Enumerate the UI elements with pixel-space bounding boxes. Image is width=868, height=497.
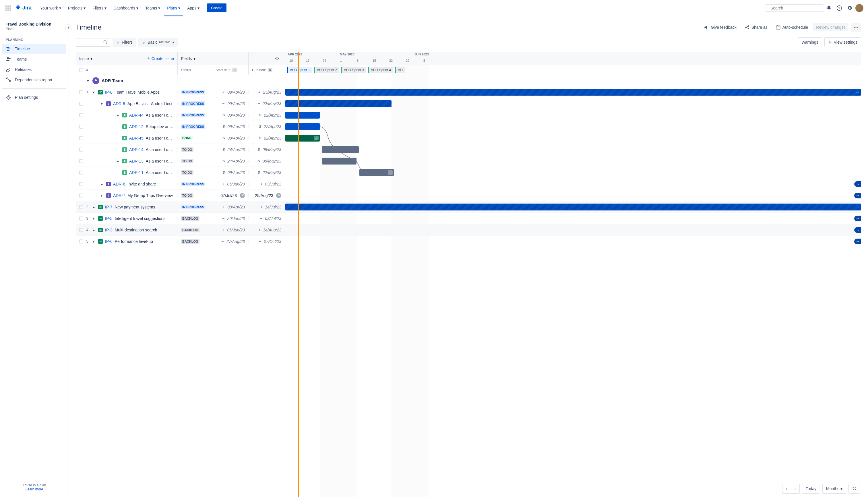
row-checkbox[interactable] xyxy=(79,136,83,140)
row-checkbox[interactable] xyxy=(79,171,83,174)
view-settings-button[interactable]: View settings xyxy=(824,37,861,47)
nav-your-work[interactable]: Your work▾ xyxy=(37,3,64,13)
issue-row[interactable]: ▾ ADR-5 App Basics - Android test IN PRO… xyxy=(76,98,285,109)
basic-filter-button[interactable]: Basic EDITED ▾ xyxy=(138,38,178,47)
fields-column-dropdown[interactable]: Fields▾ xyxy=(178,52,212,65)
due-date-cell[interactable]: 03/Jul/23 xyxy=(249,216,285,221)
collapse-sidebar-button[interactable] xyxy=(65,24,72,31)
offscreen-bar-icon[interactable]: → xyxy=(854,239,861,244)
sprint-pill[interactable]: ADR Sprint 2 xyxy=(314,67,339,73)
offscreen-bar-icon[interactable]: → xyxy=(854,216,861,222)
issue-key-link[interactable]: ADR-5 xyxy=(113,101,125,106)
issue-row[interactable]: ADR-14 As a user I can cre… TO DO S24/Ap… xyxy=(76,144,285,155)
clear-date-icon[interactable]: ✕ xyxy=(240,193,245,198)
start-date-cell[interactable]: S09/Apr/23 xyxy=(212,136,249,140)
issue-row[interactable]: 2 ▸ LE IP-7 New payment systems IN PROGR… xyxy=(76,201,285,213)
issue-row[interactable]: ▸ ADR-13 As a user I can log i… TO DO S2… xyxy=(76,155,285,167)
offscreen-bar-icon[interactable]: → xyxy=(854,181,861,187)
row-checkbox[interactable] xyxy=(79,194,83,198)
nav-plans[interactable]: Plans▾ xyxy=(164,3,183,13)
due-date-cell[interactable]: S08/May/23 xyxy=(249,147,285,152)
row-checkbox[interactable] xyxy=(79,90,83,94)
nav-projects[interactable]: Projects▾ xyxy=(65,3,89,13)
collapse-columns-icon[interactable] xyxy=(275,56,281,61)
sidebar-item-plan-settings[interactable]: Plan settings xyxy=(2,92,66,102)
issue-row[interactable]: 4 ▸ LE IP-3 Multi-destination search BAC… xyxy=(76,224,285,236)
row-checkbox[interactable] xyxy=(79,125,83,129)
issue-key-link[interactable]: IP-7 xyxy=(105,205,113,209)
gantt-bar[interactable]: 🔗 xyxy=(285,134,320,142)
start-date-cell[interactable]: S09/Apr/23 xyxy=(212,113,249,117)
sprint-pill[interactable]: ADR Sprint 4 xyxy=(368,67,393,73)
expand-team-icon[interactable]: ▾ xyxy=(86,79,90,83)
issue-key-link[interactable]: ADR-12 xyxy=(129,124,144,129)
today-button[interactable]: Today xyxy=(802,484,820,493)
jira-logo[interactable]: Jira xyxy=(15,5,32,11)
gantt-bar[interactable]: 🔗 xyxy=(359,169,394,176)
gantt-bar[interactable] xyxy=(285,112,320,118)
filter-search-input[interactable] xyxy=(79,40,103,44)
row-checkbox[interactable] xyxy=(79,216,83,221)
issue-key-link[interactable]: ADR-44 xyxy=(129,113,144,117)
nav-filters[interactable]: Filters▾ xyxy=(89,3,110,13)
offscreen-bar-icon[interactable]: → xyxy=(854,193,861,198)
start-date-cell[interactable]: 27/Aug/23 xyxy=(212,239,249,244)
row-checkbox[interactable] xyxy=(79,147,83,152)
next-period-button[interactable]: › xyxy=(791,484,799,493)
learn-more-link[interactable]: Learn more xyxy=(26,487,43,491)
due-date-cell[interactable]: 14/Jul/23 xyxy=(249,205,285,209)
app-switcher-icon[interactable] xyxy=(4,4,12,12)
gantt-bar[interactable] xyxy=(322,158,357,165)
start-date-cell[interactable]: 09/Apr/23 xyxy=(212,90,249,95)
start-date-cell[interactable]: 07/Jul/23✕ xyxy=(212,193,249,198)
issue-row[interactable]: ▸ ADR-44 As a user I can up… IN PROGRESS… xyxy=(76,109,285,121)
issue-key-link[interactable]: ADR-13 xyxy=(129,159,144,164)
nav-apps[interactable]: Apps▾ xyxy=(184,3,202,13)
range-selector[interactable]: Months ▾ xyxy=(823,484,846,493)
expand-row-icon[interactable]: ▾ xyxy=(91,90,96,95)
due-date-cell[interactable]: S22/Apr/23 xyxy=(249,113,285,117)
issue-row[interactable]: ▸ ADR-6 Invite and share IN PROGRESS 06/… xyxy=(76,178,285,190)
due-date-cell[interactable]: 14/Aug/23 xyxy=(249,228,285,232)
issue-key-link[interactable]: ADR-11 xyxy=(129,170,144,175)
start-date-cell[interactable]: 20/Jun/23 xyxy=(212,216,249,221)
share-as-button[interactable]: Share as xyxy=(742,23,770,32)
start-date-cell[interactable]: S24/Apr/23 xyxy=(212,159,249,164)
issue-row[interactable]: ADR-11 As a user I can log i… TO DO S09/… xyxy=(76,167,285,178)
gantt-bar[interactable]: → xyxy=(285,203,861,211)
row-checkbox[interactable] xyxy=(79,182,83,186)
user-avatar[interactable] xyxy=(855,4,864,12)
sidebar-item-dependencies[interactable]: Dependencies report xyxy=(2,75,66,85)
gantt-bar[interactable] xyxy=(285,123,320,130)
expand-row-icon[interactable]: ▸ xyxy=(91,216,96,221)
issue-key-link[interactable]: IP-5 xyxy=(105,216,113,221)
due-date-cell[interactable]: S22/Apr/23 xyxy=(249,136,285,140)
create-issue-button[interactable]: +Create issue xyxy=(147,55,174,61)
issue-row[interactable]: 5 ▸ LE IP-6 Performance level-up BACKLOG… xyxy=(76,236,285,247)
due-date-cell[interactable]: S22/May/23 xyxy=(249,170,285,175)
due-date-cell[interactable]: S22/Apr/23 xyxy=(249,124,285,129)
due-date-cell[interactable]: 25/Aug/23✕ xyxy=(249,193,285,198)
sprint-pill[interactable]: ADR Sprint 1 xyxy=(287,67,312,73)
row-checkbox[interactable] xyxy=(79,113,83,117)
due-date-cell[interactable]: 03/Jul/23 xyxy=(249,182,285,186)
sprint-pill[interactable]: AD xyxy=(395,67,405,73)
issue-row[interactable]: 3 ▸ LE IP-5 Intelligent travel suggestio… xyxy=(76,213,285,224)
search-input[interactable] xyxy=(770,6,821,10)
issue-key-link[interactable]: ADR-45 xyxy=(129,136,144,140)
row-checkbox[interactable] xyxy=(79,228,83,232)
start-date-cell[interactable]: 06/Jun/23 xyxy=(212,182,249,186)
warnings-button[interactable]: Warnings xyxy=(798,37,822,47)
issue-row[interactable]: ADR-45 As a user I can ena… DONE S09/Apr… xyxy=(76,132,285,144)
expand-row-icon[interactable]: ▸ xyxy=(99,193,104,198)
filters-button[interactable]: Filters xyxy=(113,38,136,47)
fullscreen-button[interactable] xyxy=(849,484,860,493)
expand-row-icon[interactable]: ▸ xyxy=(115,113,120,117)
start-date-cell[interactable]: S09/Apr/23 xyxy=(212,124,249,129)
expand-row-icon[interactable]: ▸ xyxy=(91,205,96,209)
issue-key-link[interactable]: ADR-14 xyxy=(129,147,144,152)
issue-key-link[interactable]: IP-8 xyxy=(105,90,113,95)
expand-row-icon[interactable]: ▸ xyxy=(115,159,120,164)
gantt-bar[interactable] xyxy=(285,100,391,107)
nav-dashboards[interactable]: Dashboards▾ xyxy=(111,3,141,13)
